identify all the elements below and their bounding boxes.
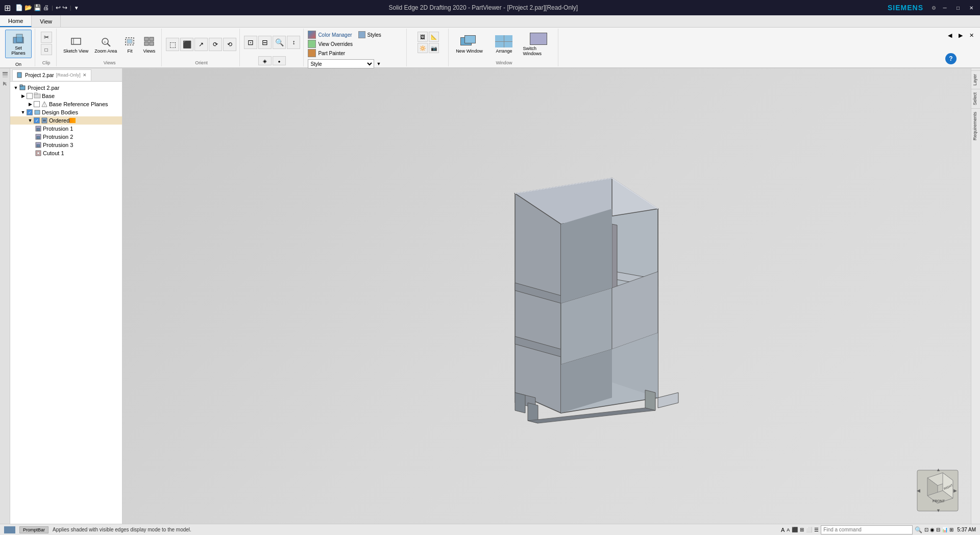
qa-redo[interactable]: ↪ xyxy=(62,4,67,11)
orient-icon-4[interactable]: ⟳ xyxy=(209,38,222,51)
tree-item-cutout1[interactable]: Cutout 1 xyxy=(10,149,122,157)
tree-tab[interactable]: Project 2.par [Read-Only] ✕ xyxy=(12,69,91,81)
show-on-button[interactable]: On xyxy=(9,59,28,69)
tree-item-base-ref-planes[interactable]: ▶ Base Reference Planes xyxy=(10,100,122,108)
new-window-button[interactable]: New Window xyxy=(453,30,485,59)
status-bar-icon-e[interactable]: ⊞ xyxy=(949,527,953,532)
qa-print[interactable]: 🖨 xyxy=(43,4,49,11)
maximize-button[interactable]: □ xyxy=(953,3,963,12)
status-icon-4[interactable]: ☰ xyxy=(814,527,819,532)
clip-icon2[interactable]: □ xyxy=(41,44,52,55)
status-bar-icon-a[interactable]: ⊡ xyxy=(924,527,928,532)
tree-item-protrusion1[interactable]: Protrusion 1 xyxy=(10,125,122,133)
tree-item-base[interactable]: ▶ Base xyxy=(10,92,122,100)
zoom-area-button[interactable]: + Zoom Area xyxy=(92,30,119,59)
status-bar-icon-d[interactable]: 📊 xyxy=(942,527,948,532)
tree-item-design-bodies[interactable]: ▼ ✓ Design Bodies xyxy=(10,108,122,116)
extra-icon-2[interactable]: 📐 xyxy=(429,32,439,42)
qa-open[interactable]: 📂 xyxy=(24,4,32,11)
svg-text:▲: ▲ xyxy=(936,468,941,472)
minimize-button[interactable]: ─ xyxy=(940,3,949,12)
status-text: Applies shaded with visible edges displa… xyxy=(53,527,191,532)
nav-icon-4[interactable]: ↕ xyxy=(287,36,300,49)
ribbon-right-icon-2[interactable]: ▶ xyxy=(956,31,965,40)
fit-icon xyxy=(124,35,136,47)
color-manager-button[interactable]: Color Manager xyxy=(318,32,352,38)
orient-icon-1[interactable]: ⬚ xyxy=(166,38,179,51)
right-panel-layer[interactable]: Layer xyxy=(971,70,981,89)
close-button[interactable]: ✕ xyxy=(967,3,976,12)
tab-home[interactable]: Home xyxy=(0,15,32,27)
status-icon-2[interactable]: ⊞ xyxy=(800,527,804,532)
set-planes-button[interactable]: Set Planes xyxy=(5,30,32,58)
nav-icon-3[interactable]: 🔍 xyxy=(273,36,286,49)
status-icon-1[interactable]: ⬛ xyxy=(792,527,798,532)
view-overrides-button[interactable]: View Overrides xyxy=(318,41,353,47)
style-dropdown-arrow[interactable]: ▼ xyxy=(376,61,381,66)
design-bodies-checkbox[interactable]: ✓ xyxy=(27,109,33,115)
nav-small-1[interactable]: ◈ xyxy=(258,56,272,65)
main-area: Project 2.par [Read-Only] ✕ ▼ Project 2.… xyxy=(0,68,980,524)
tree-item-protrusion3[interactable]: Protrusion 3 xyxy=(10,141,122,149)
status-bar-time: 5:37 AM xyxy=(957,527,976,532)
orient-icon-3[interactable]: ↗ xyxy=(194,38,208,51)
qa-settings[interactable]: ▼ xyxy=(74,5,79,11)
arrange-button[interactable]: Arrange xyxy=(487,30,520,59)
ribbon-right-icon-1[interactable]: ◀ xyxy=(945,31,954,40)
part-painter-button[interactable]: Part Painter xyxy=(318,51,345,56)
sidebar-icon-select[interactable] xyxy=(1,80,9,88)
right-panel-select[interactable]: Select xyxy=(971,89,981,108)
status-icon-3[interactable]: ⬜ xyxy=(806,527,812,532)
fit-button[interactable]: Fit xyxy=(120,30,139,59)
clip-icon1[interactable]: ✂ xyxy=(41,32,52,43)
sketch-view-button[interactable]: Sketch View xyxy=(61,30,91,59)
help-icon[interactable]: ? xyxy=(945,53,957,64)
extra-icon-4[interactable]: 📷 xyxy=(429,43,439,53)
tree-tab-subtitle: [Read-Only] xyxy=(56,72,81,78)
qa-undo[interactable]: ↩ xyxy=(56,4,61,11)
tree-toggle-base[interactable]: ▶ xyxy=(19,92,27,100)
sidebar-icon-layers[interactable] xyxy=(1,70,9,79)
status-bar-icon-b[interactable]: ◉ xyxy=(930,527,935,532)
orient-icon-2[interactable]: ⬛ xyxy=(180,38,193,51)
switch-windows-label: Switch Windows xyxy=(523,46,554,56)
tree-toggle-design-bodies[interactable]: ▼ xyxy=(19,109,27,116)
tree-toggle-ordered[interactable]: ▼ xyxy=(27,117,34,124)
style-dropdown[interactable]: Style Shaded with Visible Edges Shaded V… xyxy=(308,59,374,68)
right-panel-requirements[interactable]: Requirements xyxy=(971,108,981,143)
ribbon-close-icon[interactable]: ✕ xyxy=(967,31,976,40)
qa-save[interactable]: 💾 xyxy=(34,4,41,11)
window-group-label: Window xyxy=(496,59,512,65)
search-go-icon[interactable]: 🔍 xyxy=(915,526,922,533)
orient-icon-5[interactable]: ⟲ xyxy=(223,38,236,51)
nav-small-2[interactable]: ⬥ xyxy=(273,56,286,65)
tab-view[interactable]: View xyxy=(32,15,61,27)
tree-toggle-base-ref[interactable]: ▶ xyxy=(27,101,34,108)
viewport[interactable]: FRONT RIGHT ▲ ▶ ◀ ▼ xyxy=(122,68,971,524)
nav-icon-1[interactable]: ⊡ xyxy=(244,36,257,49)
title-settings-icon[interactable]: ⚙ xyxy=(932,5,936,11)
views-label: Views xyxy=(143,48,155,54)
find-command-input[interactable] xyxy=(821,525,913,534)
svg-text:+: + xyxy=(104,40,106,44)
svg-rect-14 xyxy=(3,74,8,76)
ordered-checkbox[interactable]: ✓ xyxy=(34,117,40,124)
base-ref-checkbox[interactable] xyxy=(34,101,40,107)
viewcube[interactable]: FRONT RIGHT ▲ ▶ ◀ ▼ xyxy=(915,468,955,508)
nav-icon-2[interactable]: ⊟ xyxy=(258,36,272,49)
switch-windows-button[interactable]: Switch Windows xyxy=(522,30,555,59)
views-button[interactable]: Views xyxy=(140,30,158,59)
styles-button[interactable]: Styles xyxy=(368,32,381,38)
tree-tab-close[interactable]: ✕ xyxy=(83,72,87,78)
status-bar-icon-c[interactable]: ⊟ xyxy=(936,527,940,532)
tree-item-protrusion2[interactable]: Protrusion 2 xyxy=(10,133,122,141)
qa-new[interactable]: 📄 xyxy=(15,4,23,11)
tree-item-project[interactable]: ▼ Project 2.par xyxy=(10,84,122,92)
base-checkbox[interactable] xyxy=(27,93,33,99)
svg-rect-29 xyxy=(37,128,40,131)
tree-item-ordered[interactable]: ▼ ✓ Ordered xyxy=(10,116,122,125)
extra-icon-3[interactable]: 🔆 xyxy=(418,43,428,53)
svg-rect-21 xyxy=(34,93,37,94)
extra-icon-1[interactable]: 🖼 xyxy=(418,32,428,42)
tree-toggle-project[interactable]: ▼ xyxy=(12,84,19,91)
